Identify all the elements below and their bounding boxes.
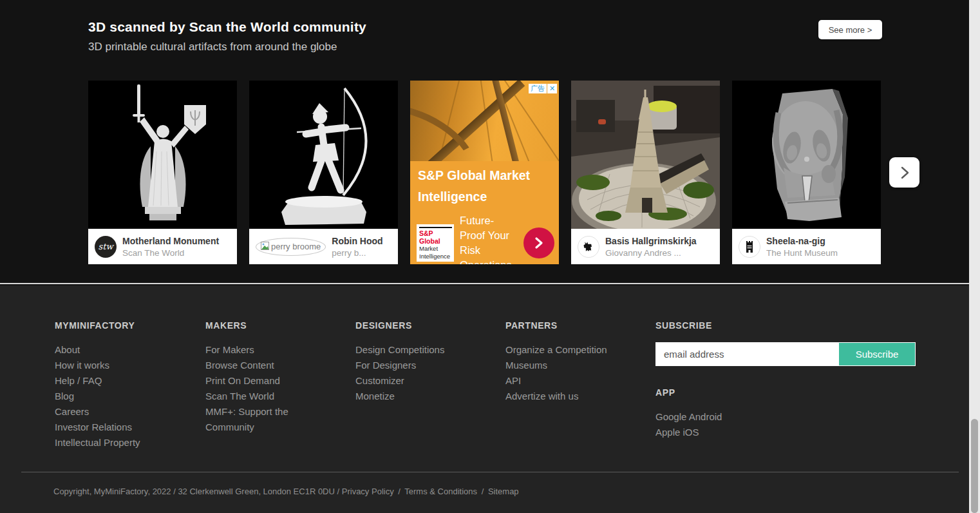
giovanny-avatar — [578, 236, 599, 258]
model-card-footer: perry broome Robin Hood perry b... — [249, 229, 398, 264]
model-meta: Robin Hood perry b... — [332, 236, 382, 258]
footer-heading: MAKERS — [205, 320, 302, 331]
footer-link-help-faq[interactable]: Help / FAQ — [55, 373, 140, 389]
ad-close-icon[interactable]: ✕ — [547, 84, 557, 93]
footer-link-mmf-plus[interactable]: MMF+: Support the Community — [205, 404, 302, 435]
subscribe-control: Subscribe — [655, 342, 916, 366]
motherland-monument-image — [88, 81, 237, 229]
chevron-right-icon — [532, 237, 545, 249]
email-input[interactable] — [656, 343, 839, 365]
footer-link-design-competitions[interactable]: Design Competitions — [355, 342, 444, 358]
terms-conditions-link[interactable]: Terms & Conditions — [404, 487, 477, 496]
footer-link-how-it-works[interactable]: How it works — [55, 358, 140, 373]
scrollbar-track[interactable] — [969, 0, 980, 513]
model-card-footer: Sheela-na-gig The Hunt Museum — [732, 229, 881, 264]
footer-link-browse-content[interactable]: Browse Content — [205, 358, 302, 373]
footer-link-advertize[interactable]: Advertize with us — [505, 389, 607, 404]
separator: / — [482, 487, 484, 496]
model-meta: Sheela-na-gig The Hunt Museum — [766, 236, 838, 258]
footer-column-partners: PARTNERS Organize a Competition Museums … — [505, 320, 607, 404]
sitemap-link[interactable]: Sitemap — [488, 487, 519, 496]
model-title[interactable]: Robin Hood — [332, 236, 382, 246]
see-more-button[interactable]: See more > — [818, 20, 882, 39]
ad-headline: S&P Global Market Intelligence — [418, 165, 550, 208]
footer-link-google-android[interactable]: Google Android — [655, 409, 722, 425]
model-meta: Motherland Monument Scan The World — [122, 236, 219, 258]
section-subtitle: 3D printable cultural artifacts from aro… — [88, 41, 366, 53]
ad-card[interactable]: 广告 ✕ S&P Global Market Intelligence S&P … — [410, 81, 559, 264]
robin-hood-image — [249, 81, 398, 229]
model-author[interactable]: perry b... — [332, 248, 382, 258]
model-card-footer: Basis Hallgrimskirkja Giovanny Andres ..… — [571, 229, 720, 264]
model-carousel: stw Motherland Monument Scan The World — [88, 81, 881, 264]
scan-the-world-section: 3D scanned by Scan the World community 3… — [0, 0, 969, 284]
model-author[interactable]: Giovanny Andres ... — [605, 248, 697, 258]
section-title: 3D scanned by Scan the World community — [88, 19, 366, 35]
footer-link-for-makers[interactable]: For Makers — [205, 342, 302, 358]
model-title[interactable]: Basis Hallgrimskirkja — [605, 236, 697, 246]
footer-column-app: APP Google Android Apple iOS — [655, 387, 722, 440]
footer-heading: DESIGNERS — [355, 320, 444, 331]
footer-link-organize-competition[interactable]: Organize a Competition — [505, 342, 607, 358]
ad-badge-row: 广告 ✕ — [529, 84, 557, 93]
copyright-bar: Copyright, MyMiniFactory, 2022 / 32 Cler… — [21, 472, 959, 496]
ad-choices-badge[interactable]: 广告 — [529, 84, 547, 93]
ad-cta-button[interactable] — [523, 227, 554, 258]
footer-heading: PARTNERS — [505, 320, 607, 331]
hunt-museum-logo-icon — [744, 240, 755, 253]
elk-logo-icon — [582, 240, 595, 253]
footer-link-careers[interactable]: Careers — [55, 404, 140, 420]
broken-image-icon — [261, 242, 269, 252]
avatar-initials: stw — [98, 242, 113, 251]
footer-link-about[interactable]: About — [55, 342, 140, 358]
footer-link-blog[interactable]: Blog — [55, 389, 140, 404]
model-card-motherland-monument[interactable]: stw Motherland Monument Scan The World — [88, 81, 237, 264]
footer-heading: MYMINIFACTORY — [55, 320, 140, 331]
scrollbar-thumb[interactable] — [971, 419, 978, 513]
model-title[interactable]: Sheela-na-gig — [766, 236, 838, 246]
scan-the-world-avatar: stw — [95, 236, 117, 258]
footer-link-museums[interactable]: Museums — [505, 358, 607, 373]
carousel-next-button[interactable] — [889, 157, 919, 188]
model-title[interactable]: Motherland Monument — [122, 236, 219, 246]
model-card-sheela-na-gig[interactable]: Sheela-na-gig The Hunt Museum — [732, 81, 881, 264]
hallgrimskirkja-image — [571, 81, 720, 229]
footer-link-for-designers[interactable]: For Designers — [355, 358, 444, 373]
footer-link-print-on-demand[interactable]: Print On Demand — [205, 373, 302, 389]
ad-tagline: Future-Proof Your Risk Operations — [460, 213, 518, 264]
avatar-alt-text: perry broome — [271, 242, 321, 251]
separator: / — [398, 487, 400, 496]
footer-link-investor-relations[interactable]: Investor Relations — [55, 420, 140, 435]
privacy-policy-link[interactable]: Privacy Policy — [342, 487, 394, 496]
model-card-basis-hallgrimskirkja[interactable]: Basis Hallgrimskirkja Giovanny Andres ..… — [571, 81, 720, 264]
footer-link-scan-the-world[interactable]: Scan The World — [205, 389, 302, 404]
myminifactory-page: 3D scanned by Scan the World community 3… — [0, 0, 980, 513]
footer-heading: APP — [655, 387, 722, 398]
chevron-right-icon — [898, 166, 912, 180]
sheela-na-gig-image — [732, 81, 881, 229]
footer-column-subscribe: SUBSCRIBE Subscribe — [655, 320, 916, 366]
model-author[interactable]: Scan The World — [122, 248, 219, 258]
subscribe-button[interactable]: Subscribe — [839, 343, 915, 365]
ad-bottom-row: S&P Global Market Intelligence Future-Pr… — [417, 213, 554, 264]
footer-link-apple-ios[interactable]: Apple iOS — [655, 425, 722, 440]
footer-link-intellectual-property[interactable]: Intellectual Property — [55, 435, 140, 450]
footer-link-customizer[interactable]: Customizer — [355, 373, 444, 389]
sp-global-logo: S&P Global Market Intelligence — [417, 224, 454, 262]
site-footer: MYMINIFACTORY About How it works Help / … — [0, 286, 969, 513]
model-meta: Basis Hallgrimskirkja Giovanny Andres ..… — [605, 236, 697, 258]
footer-link-monetize[interactable]: Monetize — [355, 389, 444, 404]
copyright-text: Copyright, MyMiniFactory, 2022 / 32 Cler… — [53, 487, 339, 496]
footer-column-designers: DESIGNERS Design Competitions For Design… — [355, 320, 444, 404]
footer-column-makers: MAKERS For Makers Browse Content Print O… — [205, 320, 302, 435]
logo-line: Market — [419, 245, 452, 253]
model-author[interactable]: The Hunt Museum — [766, 248, 838, 258]
section-header: 3D scanned by Scan the World community 3… — [88, 19, 366, 53]
hunt-museum-avatar — [739, 236, 760, 258]
footer-link-api[interactable]: API — [505, 373, 607, 389]
model-card-footer: stw Motherland Monument Scan The World — [88, 229, 237, 264]
logo-line: S&P Global — [419, 227, 452, 245]
footer-heading: SUBSCRIBE — [655, 320, 916, 331]
footer-column-myminifactory: MYMINIFACTORY About How it works Help / … — [55, 320, 140, 450]
model-card-robin-hood[interactable]: perry broome Robin Hood perry b... — [249, 81, 398, 264]
